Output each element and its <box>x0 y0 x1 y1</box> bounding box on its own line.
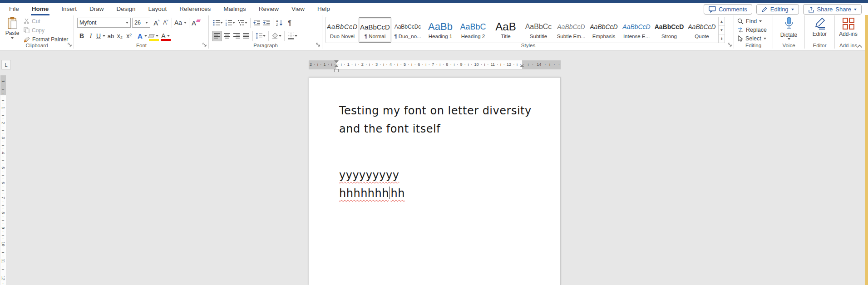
grow-font-button[interactable]: A˄ <box>152 18 161 28</box>
cut-button[interactable]: Cut <box>24 17 68 25</box>
bold-button[interactable]: B <box>77 31 86 41</box>
style-subtle-emphasis[interactable]: AaBbCcDSubtle Em... <box>555 17 587 43</box>
tab-insert[interactable]: Insert <box>55 3 83 15</box>
style-strong[interactable]: AaBbCcDStrong <box>653 17 686 43</box>
styles-gallery-scrollbar: ▲ ▼ ⇟ <box>718 17 725 43</box>
editing-mode-button[interactable]: Editing <box>756 4 799 15</box>
styles-scroll-down-button[interactable]: ▼ <box>719 26 725 34</box>
style-duo-no[interactable]: AaBbCcDc¶ Duo_no... <box>391 17 424 43</box>
find-button[interactable]: Find <box>734 17 767 25</box>
left-indent-marker[interactable] <box>334 69 339 72</box>
hanging-indent-marker[interactable] <box>334 64 339 67</box>
tab-help[interactable]: Help <box>311 3 336 15</box>
editor-button[interactable]: Editor <box>805 17 834 37</box>
justify-button[interactable] <box>242 31 251 41</box>
tab-stop-selector[interactable]: L <box>1 60 11 69</box>
shading-button[interactable] <box>271 31 282 41</box>
line-spacing-icon <box>256 32 263 39</box>
styles-scroll-up-button[interactable]: ▲ <box>719 17 725 26</box>
voice-group: Dictate Voice <box>773 15 805 49</box>
numbered-list-button[interactable] <box>224 18 236 28</box>
word-window: File Home Insert Draw Design Layout Refe… <box>0 0 868 285</box>
bullet-list-button[interactable] <box>212 18 224 28</box>
tab-view[interactable]: View <box>285 3 311 15</box>
tab-draw[interactable]: Draw <box>83 3 110 15</box>
document-page[interactable]: Testing my font on letter diversity and … <box>309 77 561 285</box>
clear-formatting-button[interactable]: A <box>191 18 201 28</box>
format-painter-button[interactable]: Format Painter <box>24 35 68 43</box>
clipboard-paste-icon <box>7 17 18 29</box>
ribbon-tabs: File Home Insert Draw Design Layout Refe… <box>3 3 336 15</box>
replace-button[interactable]: Replace <box>734 26 767 34</box>
superscript-button[interactable]: x² <box>124 31 133 41</box>
style-subtitle[interactable]: AaBbCcSubtitle <box>522 17 555 43</box>
decrease-indent-button[interactable] <box>252 18 261 28</box>
document-line: Testing my font on letter diversity <box>339 103 560 121</box>
tab-review[interactable]: Review <box>252 3 285 15</box>
copy-button[interactable]: Copy <box>24 26 68 34</box>
font-size-select[interactable]: 26 <box>132 18 150 28</box>
editing-group-label: Editing <box>745 43 761 48</box>
tab-references[interactable]: References <box>173 3 217 15</box>
font-color-button[interactable]: A <box>160 31 172 41</box>
editor-group-label: Editor <box>813 43 826 48</box>
style-intense-emphasis[interactable]: AaBbCcDIntense E... <box>620 17 653 43</box>
italic-button[interactable]: I <box>86 31 95 41</box>
copy-label: Copy <box>32 27 44 34</box>
font-dialog-launcher[interactable] <box>202 43 207 47</box>
select-button[interactable]: Select <box>734 34 767 43</box>
first-line-indent-marker[interactable] <box>334 60 339 63</box>
ribbon: Paste Cut Copy Format Painter Clipboard <box>0 15 868 50</box>
align-left-button[interactable] <box>212 31 222 41</box>
share-icon <box>808 6 814 13</box>
styles-dialog-launcher[interactable] <box>728 43 732 47</box>
styles-more-button[interactable]: ⇟ <box>719 34 725 43</box>
paint-bucket-icon <box>271 32 279 39</box>
text-effects-button[interactable]: A <box>137 31 148 41</box>
font-name-select[interactable]: Myfont <box>77 18 131 28</box>
style-normal[interactable]: AaBbCcD¶ Normal <box>359 17 391 43</box>
collapse-ribbon-button[interactable] <box>857 44 863 48</box>
right-indent-marker[interactable] <box>520 64 524 67</box>
format-painter-label: Format Painter <box>32 36 68 43</box>
style-quote[interactable]: AaBbCcDQuote <box>686 17 718 43</box>
style-emphasis[interactable]: AaBbCcDEmphasis <box>587 17 620 43</box>
subscript-button[interactable]: x₂ <box>115 31 124 41</box>
cursor-arrow-icon <box>737 35 743 42</box>
line-spacing-button[interactable] <box>255 31 266 41</box>
change-case-button[interactable]: Aa <box>173 18 187 28</box>
eraser-icon <box>196 20 201 22</box>
tab-design[interactable]: Design <box>110 3 142 15</box>
underline-button[interactable]: U <box>95 31 106 41</box>
style-heading-1[interactable]: AaBbHeading 1 <box>424 17 457 43</box>
misspelled-word: hhhhhhh <box>339 187 389 200</box>
style-heading-2[interactable]: AaBbCHeading 2 <box>457 17 489 43</box>
styles-gallery: AaBbCcDDuo-Novel AaBbCcD¶ Normal AaBbCcD… <box>326 17 725 43</box>
align-right-button[interactable] <box>232 31 241 41</box>
comments-button[interactable]: Comments <box>704 4 752 15</box>
addins-button[interactable]: Add-ins <box>835 17 862 37</box>
share-button[interactable]: Share Share <box>803 4 862 15</box>
clipboard-group: Paste Cut Copy Format Painter Clipboard <box>0 15 74 49</box>
style-duo-novel[interactable]: AaBbCcDDuo-Novel <box>326 17 359 43</box>
strikethrough-button[interactable]: ab <box>106 31 115 41</box>
sort-button[interactable]: AZ <box>275 18 285 28</box>
editing-mode-label: Editing <box>770 6 789 13</box>
tab-layout[interactable]: Layout <box>142 3 173 15</box>
shrink-font-button[interactable]: A˅ <box>161 18 170 28</box>
borders-button[interactable] <box>286 31 298 41</box>
multilevel-list-button[interactable] <box>237 18 248 28</box>
tab-file[interactable]: File <box>3 3 25 15</box>
vertical-ruler[interactable]: ·1·ı· ·ı·1·ı·2·ı·3·ı·4·ı·5·ı·6·ı·7·ı·8·ı… <box>0 75 6 285</box>
increase-indent-button[interactable] <box>262 18 271 28</box>
clipboard-dialog-launcher[interactable] <box>68 43 72 47</box>
tab-home[interactable]: Home <box>25 3 55 15</box>
font-color-swatch <box>161 39 171 41</box>
tab-mailings[interactable]: Mailings <box>217 3 252 15</box>
style-title[interactable]: AaBTitle <box>489 17 522 43</box>
dictate-button[interactable]: Dictate <box>773 17 804 40</box>
show-formatting-marks-button[interactable]: ¶ <box>285 18 294 28</box>
highlight-color-button[interactable] <box>148 31 160 41</box>
align-center-button[interactable] <box>222 31 232 41</box>
paragraph-dialog-launcher[interactable] <box>316 43 321 47</box>
